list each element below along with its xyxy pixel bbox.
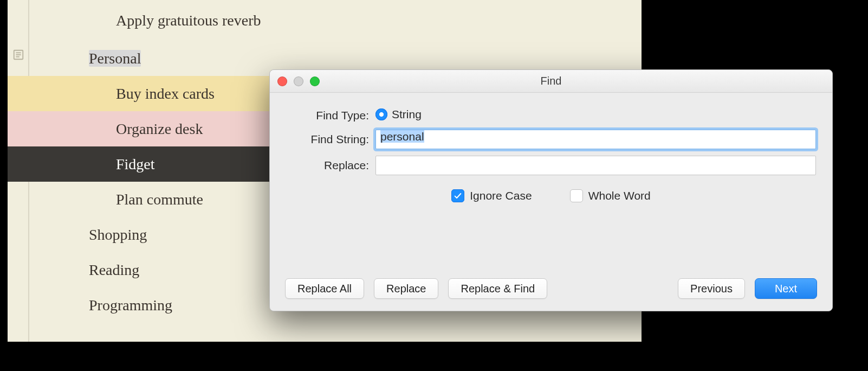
find-string-label: Find String: bbox=[286, 133, 375, 146]
minimize-icon[interactable] bbox=[294, 76, 303, 86]
zoom-icon[interactable] bbox=[310, 76, 320, 86]
button-bar: Replace All Replace Replace & Find Previ… bbox=[270, 278, 832, 299]
find-dialog: Find Find Type: String Find String: pers… bbox=[269, 69, 833, 311]
find-type-label: Find Type: bbox=[286, 109, 375, 122]
radio-label: String bbox=[392, 108, 422, 121]
find-type-row: Find Type: String bbox=[286, 108, 816, 123]
list-item-text: Personal bbox=[89, 50, 141, 67]
find-string-value: personal bbox=[380, 130, 424, 143]
list-item-text: Reading bbox=[89, 261, 139, 279]
radio-dot-icon bbox=[375, 108, 387, 120]
ignore-case-label: Ignore Case bbox=[470, 189, 532, 202]
previous-button[interactable]: Previous bbox=[678, 278, 745, 299]
close-icon[interactable] bbox=[277, 76, 287, 86]
window-title: Find bbox=[541, 75, 562, 87]
whole-word-label: Whole Word bbox=[588, 189, 651, 202]
find-string-row: Find String: personal bbox=[286, 130, 816, 149]
list-item-text: Programming bbox=[89, 297, 172, 314]
ignore-case-checkbox[interactable]: Ignore Case bbox=[451, 189, 532, 202]
list-item-text: Apply gratuitous reverb bbox=[116, 12, 261, 29]
replace-find-button[interactable]: Replace & Find bbox=[448, 278, 547, 299]
replace-all-button[interactable]: Replace All bbox=[285, 278, 364, 299]
list-item-text: Buy index cards bbox=[116, 85, 215, 103]
replace-row: Replace: bbox=[286, 156, 816, 175]
options-row: Ignore Case Whole Word bbox=[286, 189, 816, 202]
list-item-text: Shopping bbox=[89, 226, 147, 244]
traffic-lights bbox=[277, 76, 320, 86]
find-type-string-radio[interactable]: String bbox=[375, 108, 422, 121]
titlebar: Find bbox=[270, 70, 832, 93]
checkbox-icon bbox=[570, 189, 583, 202]
whole-word-checkbox[interactable]: Whole Word bbox=[570, 189, 651, 202]
checkbox-icon bbox=[451, 189, 464, 202]
list-item-text: Fidget bbox=[116, 156, 155, 173]
find-form: Find Type: String Find String: personal … bbox=[270, 93, 832, 202]
replace-label: Replace: bbox=[286, 159, 375, 172]
list-item-text: Plan commute bbox=[116, 191, 203, 208]
find-string-input[interactable]: personal bbox=[375, 130, 816, 149]
next-button[interactable]: Next bbox=[755, 278, 817, 299]
replace-input[interactable] bbox=[375, 156, 816, 175]
list-item[interactable]: Apply gratuitous reverb bbox=[8, 0, 642, 41]
replace-button[interactable]: Replace bbox=[374, 278, 438, 299]
list-item-text: Organize desk bbox=[116, 120, 203, 138]
